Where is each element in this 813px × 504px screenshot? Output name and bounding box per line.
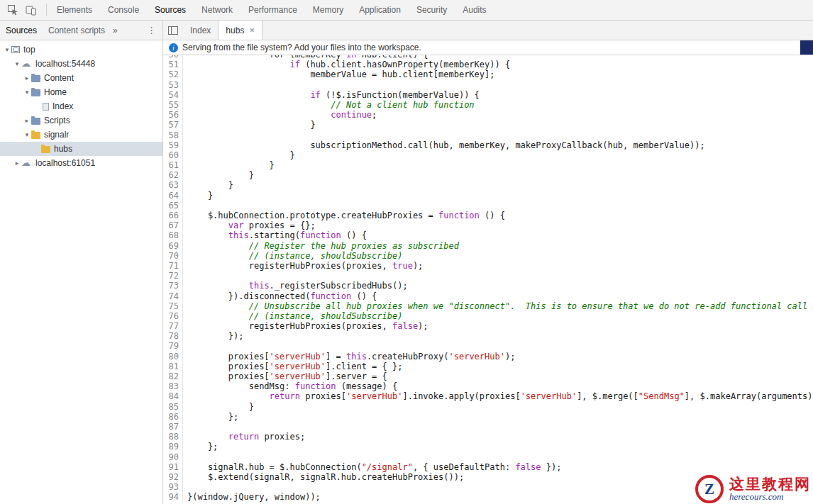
line-number[interactable]: 93 — [163, 482, 179, 492]
code-line[interactable]: this._registerSubscribedHubs(); — [187, 281, 813, 291]
line-number[interactable]: 72 — [163, 271, 179, 281]
chevron-right-icon[interactable]: ▸ — [13, 159, 21, 167]
code-line[interactable]: } — [187, 402, 813, 412]
tab-security[interactable]: Security — [409, 0, 455, 20]
code-line[interactable] — [187, 130, 813, 140]
line-number[interactable]: 63 — [163, 180, 179, 190]
code-line[interactable]: } — [187, 120, 813, 130]
line-number[interactable]: 76 — [163, 311, 179, 321]
line-number[interactable]: 75 — [163, 301, 179, 311]
line-number[interactable]: 91 — [163, 462, 179, 472]
line-number[interactable]: 77 — [163, 321, 179, 331]
code-line[interactable]: // (instance, shouldSubscribe) — [187, 251, 813, 261]
line-number[interactable]: 58 — [163, 130, 179, 140]
code-line[interactable]: } — [187, 180, 813, 190]
chevron-down-icon[interactable]: ▾ — [23, 89, 31, 96]
chevron-right-icon[interactable]: ▸ — [23, 117, 31, 124]
tab-memory[interactable]: Memory — [305, 0, 351, 20]
line-number[interactable]: 60 — [163, 150, 179, 160]
code-line[interactable]: return proxies; — [187, 432, 813, 442]
line-number[interactable]: 66 — [163, 211, 179, 220]
code-line[interactable]: registerHubProxies(proxies, true); — [187, 261, 813, 271]
navigator-tab-content-scripts[interactable]: Content scripts — [43, 26, 111, 35]
code-line[interactable]: proxies['serverHub'].server = { — [187, 371, 813, 381]
code-line[interactable]: subscriptionMethod.call(hub, memberKey, … — [187, 140, 813, 150]
line-number[interactable]: 56 — [163, 110, 179, 120]
code-line[interactable]: if (hub.client.hasOwnProperty(memberKey)… — [187, 60, 813, 69]
line-number[interactable]: 52 — [163, 69, 179, 79]
line-number[interactable]: 53 — [163, 80, 179, 90]
close-icon[interactable]: × — [249, 26, 255, 35]
line-number[interactable]: 64 — [163, 191, 179, 201]
code-line[interactable]: } — [187, 170, 813, 180]
code-line[interactable]: sendMsg: function (message) { — [187, 381, 813, 391]
line-number[interactable]: 61 — [163, 160, 179, 170]
code-line[interactable] — [187, 422, 813, 432]
line-number[interactable]: 73 — [163, 281, 179, 291]
tab-performance[interactable]: Performance — [240, 0, 305, 20]
code-line[interactable]: signalR.hub = $.hubConnection("/signalr"… — [187, 462, 813, 472]
code-line[interactable]: }; — [187, 442, 813, 452]
tree-item-hubs[interactable]: hubs — [0, 142, 162, 156]
chevron-down-icon[interactable]: ▾ — [23, 131, 31, 138]
tree-item-home[interactable]: ▾Home — [0, 85, 162, 99]
line-number[interactable]: 51 — [163, 60, 179, 69]
code-line[interactable] — [187, 341, 813, 351]
tree-item-localhost-54448[interactable]: ▾localhost:54448 — [0, 57, 162, 71]
line-number[interactable]: 69 — [163, 241, 179, 251]
code-line[interactable]: registerHubProxies(proxies, false); — [187, 321, 813, 331]
inspect-element-icon[interactable] — [4, 1, 22, 18]
editor-tab-hubs[interactable]: hubs× — [218, 21, 262, 40]
code-line[interactable]: // Not a client hub function — [187, 100, 813, 110]
line-number[interactable]: 79 — [163, 341, 179, 351]
code-line[interactable]: if (!$.isFunction(memberValue)) { — [187, 90, 813, 100]
navigator-toggle-icon[interactable] — [163, 21, 183, 40]
chevron-down-icon[interactable]: ▾ — [13, 60, 21, 67]
line-number[interactable]: 88 — [163, 432, 179, 442]
code-line[interactable]: }).disconnected(function () { — [187, 291, 813, 301]
more-options-icon[interactable]: ⋮ — [140, 25, 162, 35]
tree-item-scripts[interactable]: ▸Scripts — [0, 113, 162, 128]
line-number[interactable]: 81 — [163, 362, 179, 371]
line-number[interactable]: 92 — [163, 472, 179, 482]
code-line[interactable]: memberValue = hub.client[memberKey]; — [187, 69, 813, 79]
code-line[interactable]: proxies['serverHub'] = this.createHubPro… — [187, 352, 813, 362]
tree-item-signalr[interactable]: ▾signalr — [0, 128, 162, 142]
line-number[interactable]: 68 — [163, 230, 179, 240]
line-number-gutter[interactable]: 5051525354555657585960616263646566676869… — [163, 55, 183, 502]
line-number[interactable]: 83 — [163, 381, 179, 391]
tab-network[interactable]: Network — [194, 0, 240, 20]
code-line[interactable]: var proxies = {}; — [187, 220, 813, 230]
line-number[interactable]: 57 — [163, 120, 179, 130]
tab-audits[interactable]: Audits — [455, 0, 494, 20]
tab-sources[interactable]: Sources — [147, 0, 194, 20]
code-line[interactable]: proxies['serverHub'].client = { }; — [187, 362, 813, 371]
chevron-right-icon[interactable]: ▸ — [23, 74, 31, 82]
code-line[interactable]: // Unsubscribe all hub proxies when we "… — [187, 301, 813, 311]
line-number[interactable]: 65 — [163, 201, 179, 211]
code-line[interactable]: // Register the hub proxies as subscribe… — [187, 241, 813, 251]
line-number[interactable]: 94 — [163, 492, 179, 502]
code-line[interactable]: } — [187, 150, 813, 160]
code-line[interactable] — [187, 80, 813, 90]
line-number[interactable]: 54 — [163, 90, 179, 100]
tree-item-index[interactable]: Index — [0, 99, 162, 113]
tab-application[interactable]: Application — [351, 0, 409, 20]
line-number[interactable]: 78 — [163, 331, 179, 341]
code-line[interactable] — [187, 452, 813, 462]
code-line[interactable]: // (instance, shouldSubscribe) — [187, 311, 813, 321]
tab-overflow-chevron[interactable]: » — [111, 26, 120, 35]
code-line[interactable]: this.starting(function () { — [187, 230, 813, 240]
line-number[interactable]: 62 — [163, 170, 179, 180]
line-number[interactable]: 71 — [163, 261, 179, 271]
code-line[interactable]: return proxies['serverHub'].invoke.apply… — [187, 391, 813, 401]
code-line[interactable]: } — [187, 160, 813, 170]
code-line[interactable]: continue; — [187, 110, 813, 120]
editor-tab-index[interactable]: Index — [183, 21, 218, 40]
line-number[interactable]: 70 — [163, 251, 179, 261]
line-number[interactable]: 86 — [163, 412, 179, 422]
line-number[interactable]: 90 — [163, 452, 179, 462]
code-viewport[interactable]: 5051525354555657585960616263646566676869… — [163, 55, 813, 504]
line-number[interactable]: 59 — [163, 140, 179, 150]
code-lines[interactable]: for (memberKey in hub.client) { if (hub.… — [183, 55, 813, 502]
